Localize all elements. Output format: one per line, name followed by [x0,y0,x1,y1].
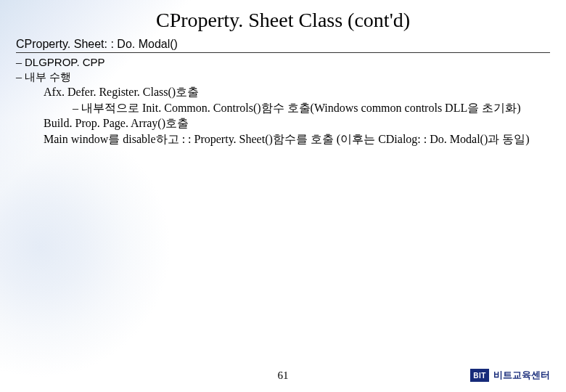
list-item: DLGPROP. CPP [16,56,550,69]
list-item: 내부 수행 [16,70,550,84]
body-line: Build. Prop. Page. Array()호출 [44,115,566,131]
logo-text: 비트교육센터 [493,369,550,382]
footer-logo: BIT 비트교육센터 [470,369,550,382]
body-line: Afx. Defer. Register. Class()호출 [44,84,566,100]
section-heading: CProperty. Sheet: : Do. Modal() [16,38,178,50]
body-line: Main window를 disable하고 : : Property. She… [44,131,566,147]
bullet-text: 내부 수행 [25,70,71,83]
sub-body-line: 내부적으로 Init. Common. Controls()함수 호출(Wind… [73,100,566,116]
bullet-list: DLGPROP. CPP 내부 수행 [16,56,566,84]
section-divider: CProperty. Sheet: : Do. Modal() [16,38,550,53]
page-title: CProperty. Sheet Class (cont'd) [0,9,566,32]
bullet-text: DLGPROP. CPP [25,56,105,68]
logo-badge-icon: BIT [470,369,489,382]
nested-content: Afx. Defer. Register. Class()호출 내부적으로 In… [44,84,566,147]
